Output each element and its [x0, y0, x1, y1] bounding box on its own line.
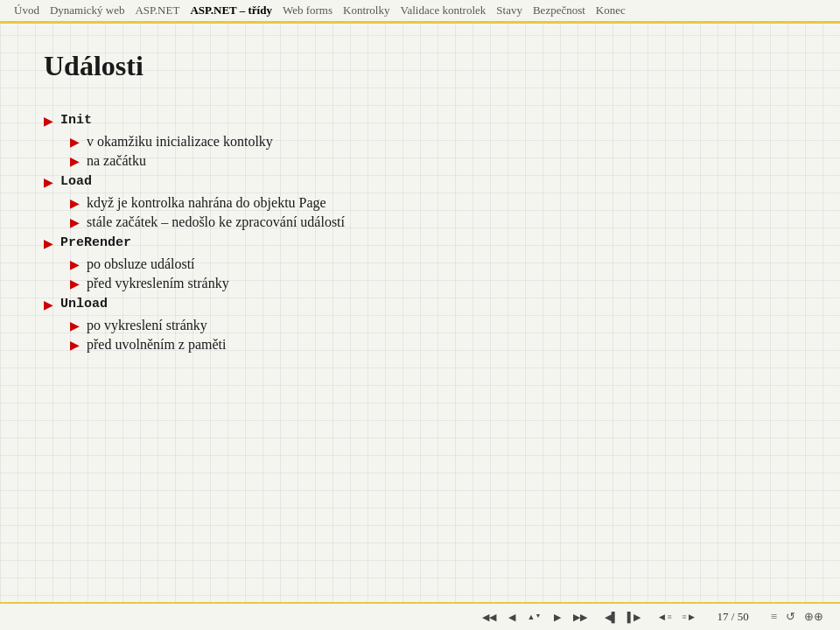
content-list: ▶ Init ▶ v okamžiku inicializace kontolk…	[44, 113, 796, 353]
prerender-sub-list: ▶ po obsluze událostí ▶ před vykreslením…	[70, 256, 796, 291]
load-sub-list: ▶ když je kontrolka nahrána do objektu P…	[70, 195, 796, 230]
nav-item-aspnet[interactable]: ASP.NET	[130, 4, 185, 18]
arrow-icon-unload-1: ▶	[70, 318, 80, 333]
nav-prev-button[interactable]: ◀	[502, 609, 522, 625]
arrow-icon-init-1: ▶	[70, 135, 80, 150]
nav-section-prev-button[interactable]: ◀▌	[602, 609, 621, 625]
bottom-bar: ◀◀ ◀ ▲▼ ▶ ▶▶ ◀▌ ▌▶ ◀ ≡ ≡ ▶ 17 / 50 ≡ ↺ ⊕…	[0, 602, 840, 630]
list-item-init-1: ▶ v okamžiku inicializace kontolky	[70, 134, 796, 150]
arrow-icon-load: ▶	[44, 175, 53, 190]
nav-controls: ◀◀ ◀ ▲▼ ▶ ▶▶ ◀▌ ▌▶ ◀ ≡ ≡ ▶ 17 / 50 ≡ ↺ ⊕…	[480, 609, 826, 625]
nav-item-uvod[interactable]: Úvod	[9, 4, 45, 18]
item-text-unload-2: před uvolněním z paměti	[87, 337, 227, 353]
nav-next-button[interactable]: ▶	[548, 609, 567, 625]
list-item-load-1: ▶ když je kontrolka nahrána do objektu P…	[70, 195, 796, 211]
item-text-init-2: na začátku	[87, 153, 146, 169]
list-item-init: ▶ Init	[44, 113, 796, 129]
nav-up-button[interactable]: ▲▼	[525, 609, 544, 625]
refresh-button[interactable]: ↺	[783, 610, 798, 624]
nav-item-kontrolky[interactable]: Kontrolky	[338, 4, 395, 18]
list-view-button[interactable]: ≡	[768, 610, 780, 624]
list-item-prerender-2: ▶ před vykreslením stránky	[70, 276, 796, 291]
list-item-unload-2: ▶ před uvolněním z paměti	[70, 337, 796, 353]
item-text-unload-1: po vykreslení stránky	[87, 318, 207, 333]
nav-item-konec[interactable]: Konec	[591, 4, 631, 18]
nav-zoom-prev-button[interactable]: ◀ ≡	[656, 609, 676, 625]
arrow-icon-unload: ▶	[44, 298, 53, 312]
unload-sub-list: ▶ po vykreslení stránky ▶ před uvolněním…	[70, 318, 796, 353]
item-text-prerender-2: před vykreslením stránky	[87, 276, 229, 291]
page-counter: 17 / 50	[718, 610, 749, 624]
arrow-icon-load-2: ▶	[70, 215, 80, 230]
nav-item-bezpecnost[interactable]: Bezpečnost	[528, 4, 591, 18]
item-text-load-2: stále začátek – nedošlo ke zpracování ud…	[87, 214, 345, 230]
list-item-prerender: ▶ PreRender	[44, 235, 796, 251]
init-sub-list: ▶ v okamžiku inicializace kontolky ▶ na …	[70, 134, 796, 169]
nav-item-webforms[interactable]: Web forms	[277, 4, 338, 18]
nav-first-button[interactable]: ◀◀	[480, 609, 499, 625]
item-text-prerender-1: po obsluze událostí	[87, 256, 195, 272]
nav-item-validace[interactable]: Validace kontrolek	[395, 4, 491, 18]
item-text-init-1: v okamžiku inicializace kontolky	[87, 134, 273, 150]
nav-section-next-button[interactable]: ▌▶	[625, 609, 644, 625]
list-item-init-2: ▶ na začátku	[70, 153, 796, 169]
item-label-load: Load	[60, 174, 92, 189]
arrow-icon-init-2: ▶	[70, 154, 80, 169]
nav-bar: Úvod Dynamický web ASP.NET ASP.NET – tří…	[0, 0, 840, 21]
list-item-load-2: ▶ stále začátek – nedošlo ke zpracování …	[70, 214, 796, 230]
page-title: Události	[44, 50, 796, 82]
arrow-icon-prerender-2: ▶	[70, 276, 80, 291]
item-label-unload: Unload	[60, 297, 108, 312]
nav-last-button[interactable]: ▶▶	[570, 609, 590, 625]
search-button[interactable]: ⊕⊕	[802, 610, 826, 624]
list-item-load: ▶ Load	[44, 174, 796, 190]
list-item-prerender-1: ▶ po obsluze událostí	[70, 256, 796, 272]
list-item-unload-1: ▶ po vykreslení stránky	[70, 318, 796, 333]
nav-item-aspnet-tridy[interactable]: ASP.NET – třídy	[185, 4, 277, 18]
item-label-init: Init	[60, 113, 92, 128]
item-label-prerender: PreRender	[60, 235, 131, 250]
main-content: Události ▶ Init ▶ v okamžiku inicializac…	[0, 24, 840, 374]
arrow-icon-prerender-1: ▶	[70, 257, 80, 272]
nav-item-dynamicky[interactable]: Dynamický web	[45, 4, 130, 18]
list-item-unload: ▶ Unload	[44, 297, 796, 312]
arrow-icon-unload-2: ▶	[70, 338, 80, 353]
arrow-icon-prerender: ▶	[44, 236, 53, 251]
nav-zoom-next-button[interactable]: ≡ ▶	[679, 609, 698, 625]
nav-item-stavy[interactable]: Stavy	[491, 4, 528, 18]
item-text-load-1: když je kontrolka nahrána do objektu Pag…	[87, 195, 326, 211]
arrow-icon-init: ▶	[44, 114, 53, 129]
arrow-icon-load-1: ▶	[70, 196, 80, 211]
